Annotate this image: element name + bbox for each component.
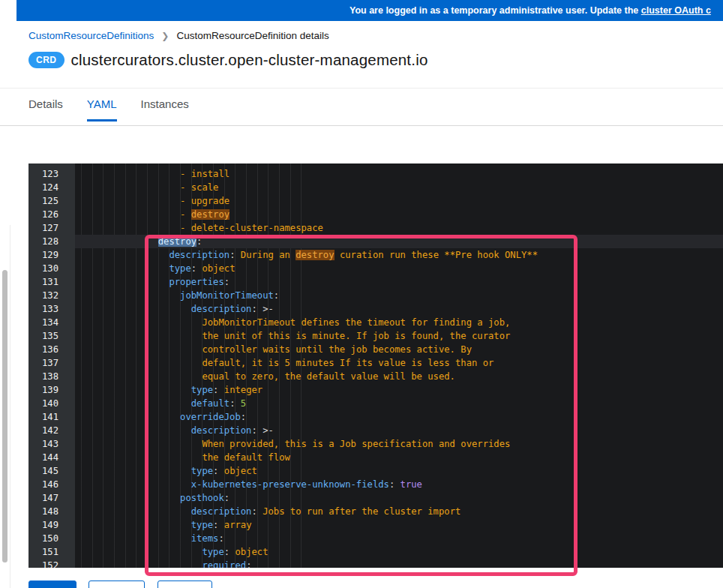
- breadcrumb-current: CustomResourceDefinition details: [176, 30, 328, 41]
- line-number: 147: [28, 491, 75, 505]
- code-line[interactable]: controller waits until the job becomes a…: [75, 343, 723, 356]
- line-number: 133: [28, 302, 75, 316]
- line-number: 135: [28, 329, 75, 343]
- line-number: 125: [28, 194, 75, 208]
- code-line[interactable]: description: During an destroy curation …: [75, 248, 723, 262]
- tab-instances[interactable]: Instances: [141, 88, 189, 122]
- line-number: 149: [28, 518, 75, 532]
- line-number: 124: [28, 181, 75, 194]
- secondary-action-button-2[interactable]: [158, 580, 212, 588]
- code-line[interactable]: type: object: [75, 262, 723, 275]
- page-header: CRD clustercurators.cluster.open-cluster…: [28, 51, 428, 69]
- code-line[interactable]: description: >-: [75, 424, 723, 437]
- code-line[interactable]: the default flow: [75, 451, 723, 464]
- code-line[interactable]: JobMonitorTimeout defines the timeout fo…: [75, 316, 723, 329]
- line-number: 126: [28, 208, 75, 221]
- line-number: 138: [28, 370, 75, 383]
- yaml-editor[interactable]: 1231241251261271281291301311321331341351…: [28, 164, 723, 568]
- line-number: 139: [28, 383, 75, 397]
- line-number: 128: [28, 235, 75, 248]
- tab-details[interactable]: Details: [28, 88, 63, 122]
- code-line[interactable]: description: >-: [75, 302, 723, 316]
- page-title: clustercurators.cluster.open-cluster-man…: [71, 51, 428, 69]
- code-line[interactable]: overrideJob:: [75, 410, 723, 424]
- breadcrumb: CustomResourceDefinitions ❯ CustomResour…: [28, 30, 329, 41]
- editor-gutter: 1231241251261271281291301311321331341351…: [28, 164, 75, 568]
- editor-code-lines: - install - scale - upgrade - destroy - …: [75, 164, 723, 568]
- line-number: 131: [28, 275, 75, 289]
- code-line[interactable]: type: object: [75, 464, 723, 478]
- code-line[interactable]: description: Jobs to run after the clust…: [75, 505, 723, 518]
- line-number: 123: [28, 167, 75, 181]
- tabs-bottom-divider: [0, 125, 723, 126]
- crd-details-page: You are logged in as a temporary adminis…: [0, 0, 723, 588]
- code-line[interactable]: type: object: [75, 545, 723, 559]
- code-line[interactable]: properties:: [75, 275, 723, 289]
- line-number: 130: [28, 262, 75, 275]
- line-number: 129: [28, 248, 75, 262]
- code-line[interactable]: type: integer: [75, 383, 723, 397]
- line-number: 150: [28, 532, 75, 545]
- code-line[interactable]: - scale: [75, 181, 723, 194]
- code-line[interactable]: items:: [75, 532, 723, 545]
- line-number: 151: [28, 545, 75, 559]
- line-number: 140: [28, 397, 75, 410]
- line-number: 146: [28, 478, 75, 491]
- line-number: 143: [28, 437, 75, 451]
- crd-badge: CRD: [28, 52, 64, 68]
- tab-bar: Details YAML Instances: [28, 88, 213, 122]
- code-line[interactable]: - install: [75, 167, 723, 181]
- code-line[interactable]: type: array: [75, 518, 723, 532]
- code-line[interactable]: - destroy: [75, 208, 723, 221]
- login-banner: You are logged in as a temporary adminis…: [16, 0, 723, 21]
- code-line[interactable]: destroy:: [75, 235, 723, 248]
- line-number: 134: [28, 316, 75, 329]
- breadcrumb-link-customresourcedefinitions[interactable]: CustomResourceDefinitions: [28, 30, 154, 41]
- line-number: 145: [28, 464, 75, 478]
- left-scrollbar-track: [10, 225, 10, 588]
- code-line[interactable]: When provided, this is a Job specificati…: [75, 437, 723, 451]
- code-line[interactable]: the unit of this is minute. If job is fo…: [75, 329, 723, 343]
- line-number: 141: [28, 410, 75, 424]
- code-line[interactable]: jobMonitorTimeout:: [75, 289, 723, 302]
- left-scrollbar-thumb[interactable]: [2, 270, 8, 562]
- banner-message: You are logged in as a temporary adminis…: [350, 5, 641, 16]
- code-line[interactable]: required:: [75, 559, 723, 568]
- line-number: 136: [28, 343, 75, 356]
- banner-text: You are logged in as a temporary adminis…: [350, 0, 711, 21]
- code-line[interactable]: default, it is 5 minutes If its value is…: [75, 356, 723, 370]
- code-line[interactable]: - upgrade: [75, 194, 723, 208]
- code-line[interactable]: x-kubernetes-preserve-unknown-fields: tr…: [75, 478, 723, 491]
- breadcrumb-separator-icon: ❯: [161, 31, 169, 41]
- line-number: 148: [28, 505, 75, 518]
- editor-action-bar: [28, 580, 212, 588]
- editor-code-area[interactable]: - install - scale - upgrade - destroy - …: [75, 164, 723, 568]
- line-number: 127: [28, 221, 75, 235]
- line-number: 152: [28, 559, 75, 568]
- code-line[interactable]: - delete-cluster-namespace: [75, 221, 723, 235]
- code-line[interactable]: equal to zero, the default value will be…: [75, 370, 723, 383]
- primary-action-button[interactable]: [28, 580, 76, 588]
- tab-yaml[interactable]: YAML: [87, 88, 117, 122]
- line-number: 142: [28, 424, 75, 437]
- code-line[interactable]: default: 5: [75, 397, 723, 410]
- line-number: 137: [28, 356, 75, 370]
- cluster-oauth-link[interactable]: cluster OAuth c: [641, 5, 711, 16]
- line-number: 144: [28, 451, 75, 464]
- secondary-action-button-1[interactable]: [88, 580, 145, 588]
- code-line[interactable]: posthook:: [75, 491, 723, 505]
- line-number: 132: [28, 289, 75, 302]
